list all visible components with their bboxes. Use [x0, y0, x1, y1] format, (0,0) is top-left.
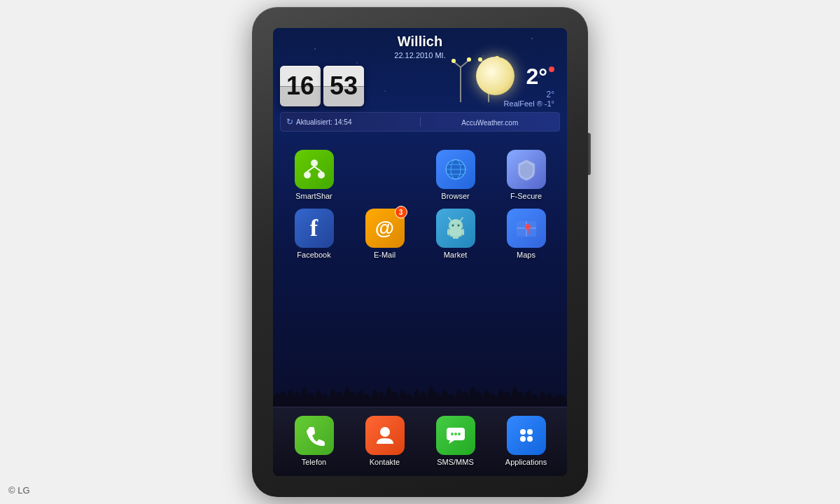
temp-dot-indicator: [549, 66, 554, 72]
weather-main-row: 16 53 2° 2° RealFeel ® -1°: [280, 64, 560, 108]
refresh-icon[interactable]: ↻: [286, 117, 293, 127]
svg-point-28: [457, 225, 459, 227]
svg-point-41: [520, 436, 526, 442]
phone-device: Willich 22.12.2010 MI.: [252, 7, 588, 497]
temp-secondary-value: 2°: [504, 90, 554, 99]
svg-point-40: [527, 429, 533, 435]
svg-line-14: [314, 167, 321, 172]
svg-point-4: [451, 59, 456, 63]
app-browser[interactable]: Browser: [420, 146, 491, 204]
app-grid: SmartShar Browser: [273, 134, 567, 407]
dock-telefon[interactable]: Telefon: [279, 412, 349, 470]
kontakte-label: Kontakte: [370, 458, 400, 466]
browser-svg: [443, 157, 468, 182]
weather-bar: ↻ Aktualisiert: 14:54 AccuWeather.com: [280, 112, 560, 132]
app-email[interactable]: @ 3 E-Mail: [349, 204, 420, 263]
realfeel-value: RealFeel ® -1°: [504, 99, 554, 108]
email-icon: @ 3: [365, 209, 405, 248]
svg-point-38: [458, 433, 461, 435]
market-svg: [443, 216, 468, 241]
svg-line-29: [449, 218, 451, 221]
svg-point-42: [527, 436, 533, 442]
clock-hours: 16: [280, 66, 321, 106]
smartshare-label: SmartShar: [295, 192, 332, 200]
smartshare-icon: [295, 150, 334, 189]
applications-icon: [507, 416, 546, 455]
market-label: Market: [444, 251, 468, 259]
market-icon: [436, 209, 475, 248]
telefon-icon: [295, 416, 334, 455]
app-market[interactable]: Market: [420, 204, 491, 263]
city-name: Willich: [280, 34, 560, 50]
fsecure-svg: [514, 157, 539, 182]
fsecure-icon: [507, 150, 546, 189]
sms-svg: [444, 424, 467, 447]
flip-clock: 16 53: [280, 66, 364, 106]
email-badge: 3: [395, 206, 407, 218]
svg-rect-22: [450, 228, 461, 237]
dock-kontakte[interactable]: Kontakte: [349, 412, 420, 470]
dock-bar: Telefon Kontakte: [273, 407, 567, 476]
temp-main-value: 2°: [526, 64, 547, 90]
maps-label: Maps: [517, 251, 536, 259]
app-fsecure[interactable]: F-Secure: [491, 146, 561, 204]
maps-svg: [514, 216, 539, 241]
applications-label: Applications: [505, 458, 547, 466]
svg-point-39: [520, 429, 526, 435]
phone-icon-svg: [303, 424, 326, 447]
facebook-icon: f: [295, 209, 334, 248]
app-facebook[interactable]: f Facebook: [279, 204, 349, 263]
copyright-label: © LG: [8, 485, 30, 496]
svg-line-13: [307, 167, 314, 172]
smartshare-svg: [302, 157, 327, 182]
svg-point-37: [454, 433, 457, 435]
svg-point-10: [311, 160, 318, 167]
phone-screen: Willich 22.12.2010 MI.: [273, 28, 567, 476]
contacts-svg: [374, 424, 396, 447]
browser-label: Browser: [441, 192, 469, 200]
svg-line-1: [461, 60, 469, 67]
accu-text: AccuWeather.com: [461, 119, 518, 127]
side-button[interactable]: [588, 133, 591, 175]
svg-point-34: [380, 427, 390, 437]
fsecure-label: F-Secure: [510, 192, 542, 200]
svg-point-33: [525, 224, 531, 230]
weather-widget: Willich 22.12.2010 MI.: [273, 28, 567, 134]
svg-point-12: [318, 172, 325, 178]
app-maps[interactable]: Maps: [491, 204, 561, 263]
svg-point-2: [467, 57, 471, 62]
date-display: 22.12.2010 MI.: [280, 51, 560, 59]
svg-point-11: [304, 172, 311, 178]
applications-svg: [515, 424, 538, 447]
weather-bar-updated: ↻ Aktualisiert: 14:54: [281, 117, 421, 127]
svg-line-30: [460, 218, 463, 221]
svg-point-27: [451, 225, 454, 227]
maps-icon: [507, 209, 546, 248]
clock-minutes: 53: [323, 66, 364, 106]
app-smartshare[interactable]: SmartShar: [279, 146, 349, 204]
dock-sms[interactable]: SMS/MMS: [420, 412, 491, 470]
updated-text: Aktualisiert: 14:54: [296, 118, 352, 126]
temperature-display: 2° 2° RealFeel ® -1°: [504, 64, 554, 108]
sms-icon: [436, 416, 475, 455]
dock-applications[interactable]: Applications: [491, 412, 561, 470]
svg-point-36: [451, 433, 454, 435]
telefon-label: Telefon: [302, 458, 326, 466]
browser-icon: [436, 150, 475, 189]
kontakte-icon: [365, 416, 405, 455]
email-label: E-Mail: [374, 251, 396, 259]
sms-label: SMS/MMS: [437, 458, 474, 466]
weather-bar-accu: AccuWeather.com: [421, 115, 560, 128]
facebook-label: Facebook: [297, 251, 330, 259]
